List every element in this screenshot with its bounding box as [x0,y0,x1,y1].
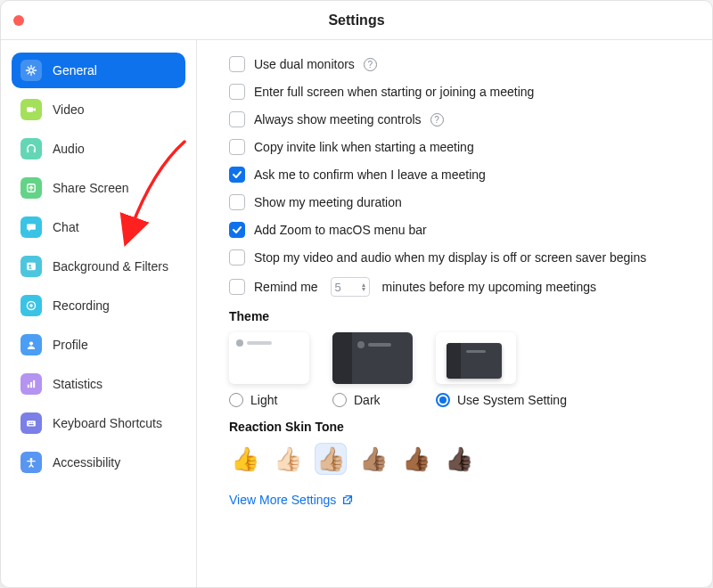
sidebar-item-label: General [53,63,97,78]
option-label: Enter full screen when starting or joini… [254,85,534,99]
sidebar-item-statistics[interactable]: Statistics [12,366,185,402]
sidebar-item-general[interactable]: General [12,53,185,88]
sidebar: GeneralVideoAudioShare ScreenChatBackgro… [1,40,197,587]
svg-point-6 [29,265,31,267]
option-label: Show my meeting duration [254,195,402,209]
record-icon [20,295,42,316]
sidebar-item-label: Video [53,102,85,117]
content: Use dual monitors?Enter full screen when… [197,40,712,587]
sidebar-item-label: Audio [53,142,85,156]
sidebar-item-profile[interactable]: Profile [12,327,185,363]
skin-tone-option[interactable]: 👍 [229,443,261,475]
window-title: Settings [328,12,384,29]
sidebar-item-chat[interactable]: Chat [12,209,185,245]
option-row: Enter full screen when starting or joini… [229,84,691,100]
svg-point-8 [29,304,33,307]
skin-tone-option[interactable]: 👍🏻 [272,443,304,475]
option-row: Always show meeting controls? [229,111,691,127]
theme-option-use-system-setting[interactable]: Use System Setting [436,332,567,407]
skin-tone-options: 👍👍🏻👍🏼👍🏽👍🏾👍🏿 [229,443,691,475]
skin-tone-option[interactable]: 👍🏼 [315,443,347,475]
remind-suffix: minutes before my upcoming meetings [382,280,596,294]
svg-rect-5 [27,263,36,270]
theme-label: Dark [354,393,381,407]
sidebar-item-label: Chat [53,220,79,234]
svg-rect-1 [27,107,33,112]
remind-checkbox[interactable] [229,279,245,295]
bgfilter-icon [20,256,42,277]
remind-minutes-stepper[interactable]: 5 ▴▾ [331,277,370,297]
option-checkbox[interactable] [229,111,245,127]
theme-option-dark[interactable]: Dark [332,332,413,407]
option-row: Add Zoom to macOS menu bar [229,222,691,238]
option-row: Stop my video and audio when my display … [229,249,691,265]
sidebar-item-label: Profile [53,338,88,352]
keyboard-icon [20,412,42,434]
view-more-settings-link[interactable]: View More Settings [229,493,354,507]
svg-rect-13 [27,421,36,426]
theme-radio[interactable] [436,393,450,407]
option-checkbox[interactable] [229,222,245,238]
theme-options: LightDarkUse System Setting [229,332,691,407]
sidebar-item-label: Keyboard Shortcuts [53,416,162,430]
option-checkbox[interactable] [229,194,245,210]
svg-point-16 [32,422,33,423]
help-icon[interactable]: ? [430,113,444,127]
sidebar-item-label: Recording [53,298,110,313]
sidebar-item-audio[interactable]: Audio [12,131,185,167]
svg-rect-10 [28,385,29,388]
svg-rect-17 [29,424,34,425]
option-checkbox[interactable] [229,56,245,72]
external-link-icon [341,494,354,506]
svg-point-9 [29,342,33,346]
headset-icon [20,138,42,159]
option-row: Use dual monitors? [229,56,691,72]
option-checkbox[interactable] [229,249,245,265]
option-checkbox[interactable] [229,84,245,100]
chat-icon [20,216,42,238]
theme-radio-line: Light [229,393,309,407]
svg-rect-12 [33,380,35,388]
sidebar-item-recording[interactable]: Recording [12,288,185,323]
a11y-icon [20,452,42,473]
skin-tone-option[interactable]: 👍🏿 [443,443,475,475]
close-window-dot[interactable] [13,15,24,26]
theme-thumb [436,332,516,384]
theme-radio-line: Use System Setting [436,393,567,407]
option-label: Use dual monitors [254,57,355,71]
option-checkbox[interactable] [229,167,245,183]
sidebar-item-share-screen[interactable]: Share Screen [12,170,185,206]
theme-label: Light [250,393,277,407]
sidebar-item-keyboard-shortcuts[interactable]: Keyboard Shortcuts [12,405,185,441]
share-icon [20,177,42,199]
theme-thumb [229,332,309,384]
help-icon[interactable]: ? [364,58,377,71]
theme-radio[interactable] [332,393,347,407]
view-more-label: View More Settings [229,493,336,507]
option-checkbox[interactable] [229,139,245,155]
svg-rect-2 [27,150,29,153]
sidebar-item-background-filters[interactable]: Background & Filters [12,249,185,284]
theme-thumb [332,332,413,384]
theme-radio[interactable] [229,393,243,407]
sidebar-item-video[interactable]: Video [12,92,185,127]
option-row: Ask me to confirm when I leave a meeting [229,167,691,183]
theme-option-light[interactable]: Light [229,332,309,407]
option-row: Show my meeting duration [229,194,691,210]
option-label: Always show meeting controls [254,112,422,127]
svg-rect-11 [30,382,32,388]
remind-prefix: Remind me [254,280,318,294]
option-label: Copy invite link when starting a meeting [254,140,474,154]
skin-tone-option[interactable]: 👍🏽 [357,443,389,475]
svg-rect-3 [34,150,36,153]
gear-icon [20,60,42,81]
general-options: Use dual monitors?Enter full screen when… [229,56,691,265]
skin-tone-option[interactable]: 👍🏾 [400,443,432,475]
stats-icon [20,373,42,395]
sidebar-item-accessibility[interactable]: Accessibility [12,445,185,480]
profile-icon [20,334,42,355]
theme-heading: Theme [229,309,691,323]
theme-radio-line: Dark [332,393,413,407]
svg-point-18 [30,458,33,461]
settings-window: Settings GeneralVideoAudioShare ScreenCh… [0,0,713,588]
